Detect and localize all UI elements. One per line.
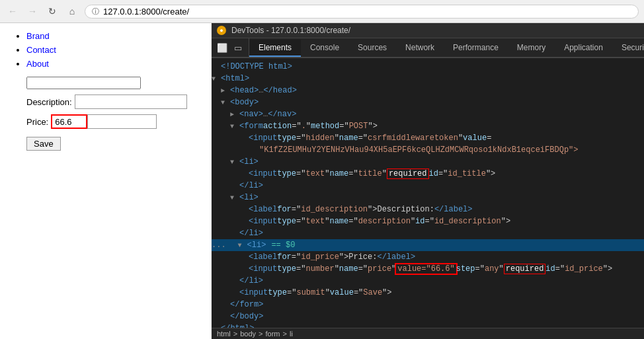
device-icon[interactable]: ▭ — [231, 38, 245, 57]
lock-icon: ⓘ — [92, 7, 99, 17]
forward-button[interactable]: → — [25, 4, 40, 19]
nav-brand: Brand — [26, 31, 198, 41]
code-line-li3[interactable]: ... ▼ <li> == $0 — [212, 239, 644, 251]
expand-input-title — [239, 170, 249, 178]
cursor-icon[interactable]: ⬜ — [216, 38, 229, 57]
tab-memory[interactable]: Memory — [508, 40, 555, 57]
contact-link[interactable]: Contact — [26, 45, 56, 55]
equals-marker: == $0 — [271, 241, 295, 250]
tab-elements[interactable]: Elements — [249, 40, 301, 57]
code-line-li3-close: </li> — [212, 275, 644, 287]
code-line-csrf2: "K1fZ2EUMHuY2YENHzVHau94XH5aEPF6kceQLHZd… — [212, 144, 644, 156]
address-text: 127.0.0.1:8000/create/ — [103, 7, 631, 17]
code-line-submit: <input type="submit" value="Save"> — [212, 287, 644, 299]
devtools-header: ● DevTools - 127.0.0.1:8000/create/ — [212, 23, 644, 38]
address-bar[interactable]: ⓘ 127.0.0.1:8000/create/ — [85, 5, 639, 19]
code-line-li2: ▼ <li> — [212, 192, 644, 204]
description-row: Description: — [13, 94, 198, 109]
tab-security[interactable]: Security — [612, 40, 644, 57]
browser-chrome: ← → ↻ ⌂ ⓘ 127.0.0.1:8000/create/ — [0, 0, 644, 23]
expand-csrf2 — [250, 147, 259, 154]
webpage-content: Brand Contact About Description: Price: … — [0, 23, 212, 339]
expand-li2[interactable]: ▼ — [230, 194, 239, 202]
devtools-title: DevTools - 127.0.0.1:8000/create/ — [231, 26, 350, 35]
breadcrumb-sep1: > — [233, 330, 237, 338]
code-line-li1-close: </li> — [212, 180, 644, 192]
code-line-input-title: <input type="text" name="title" required… — [212, 168, 644, 180]
code-line-input-desc: <input type="text" name="description" id… — [212, 215, 644, 227]
expand-body[interactable]: ▼ — [221, 99, 230, 106]
price-value-highlight: value="66.6" — [396, 264, 456, 274]
code-line-head: ► <head>…</head> — [212, 85, 644, 96]
code-line-nav: ► <nav>…</nav> — [212, 108, 644, 120]
price-label: Price: — [26, 117, 48, 127]
code-line-csrf1: <input type="hidden" name="csrfmiddlewar… — [212, 132, 644, 144]
back-button[interactable]: ← — [5, 4, 20, 19]
required-badge: required — [387, 169, 429, 179]
code-line-li1: ▼ <li> — [212, 156, 644, 168]
code-line-label-price: <label for="id_price">Price:</label> — [212, 251, 644, 263]
devtools-panel: ● DevTools - 127.0.0.1:8000/create/ ⬜ ▭ … — [212, 23, 644, 339]
price-required-badge: required — [504, 264, 546, 274]
expand-doctype — [212, 63, 221, 71]
description-input[interactable] — [75, 94, 187, 109]
breadcrumb-body[interactable]: body — [240, 330, 256, 338]
nav-contact: Contact — [26, 45, 198, 55]
tab-network[interactable]: Network — [396, 40, 444, 57]
breadcrumb-sep3: > — [283, 330, 287, 338]
tab-application[interactable]: Application — [555, 40, 612, 57]
code-line-html-close: </html> — [212, 322, 644, 328]
expand-csrf — [239, 135, 249, 142]
breadcrumb-html[interactable]: html — [217, 330, 231, 338]
code-line-label-desc: <label for="id_description">Description:… — [212, 204, 644, 215]
toolbar-icons: ⬜ ▭ — [212, 38, 249, 57]
nav-list: Brand Contact About — [13, 31, 198, 69]
refresh-button[interactable]: ↻ — [45, 4, 60, 19]
code-line-doctype: <!DOCTYPE html> — [212, 61, 644, 73]
breadcrumb-li[interactable]: li — [290, 330, 293, 338]
code-line-body: ▼ <body> — [212, 96, 644, 108]
code-line-body-close: </body> — [212, 311, 644, 322]
save-button[interactable]: Save — [26, 137, 61, 151]
nav-about: About — [26, 59, 198, 69]
code-line-form-close: </form> — [212, 299, 644, 311]
code-line-form: ▼ <form action="." method="POST"> — [212, 120, 644, 132]
expand-html[interactable]: ▼ — [212, 75, 221, 83]
line-dots: ... — [212, 241, 226, 250]
expand-head[interactable]: ► — [221, 87, 230, 94]
price-input[interactable] — [51, 114, 87, 129]
brand-link[interactable]: Brand — [26, 31, 50, 41]
home-button[interactable]: ⌂ — [65, 4, 79, 19]
expand-nav[interactable]: ► — [230, 111, 239, 118]
tab-performance[interactable]: Performance — [444, 40, 508, 57]
devtools-breadcrumb: html > body > form > li — [212, 328, 644, 339]
devtools-tabs: ⬜ ▭ Elements Console Sources Network Per… — [212, 38, 644, 58]
about-link[interactable]: About — [26, 59, 49, 69]
code-line-li2-close: </li> — [212, 227, 644, 239]
title-input[interactable] — [26, 77, 141, 89]
title-row — [13, 77, 198, 89]
price-extra-input[interactable] — [87, 114, 157, 129]
main-area: Brand Contact About Description: Price: … — [0, 23, 644, 339]
tab-console[interactable]: Console — [301, 40, 348, 57]
breadcrumb-form[interactable]: form — [266, 330, 280, 338]
code-line-html: ▼ <html> — [212, 73, 644, 85]
devtools-code[interactable]: <!DOCTYPE html> ▼ <html> ► <head>…</head… — [212, 58, 644, 328]
expand-li3[interactable]: ▼ — [238, 242, 247, 249]
tab-sources[interactable]: Sources — [348, 40, 396, 57]
breadcrumb-sep2: > — [259, 330, 262, 338]
devtools-favicon: ● — [217, 26, 226, 35]
expand-form[interactable]: ▼ — [230, 123, 239, 130]
expand-li1[interactable]: ▼ — [230, 159, 239, 166]
description-label: Description: — [26, 97, 72, 107]
price-row: Price: — [13, 114, 198, 129]
code-line-input-price: <input type="number" name="price" value=… — [212, 263, 644, 275]
